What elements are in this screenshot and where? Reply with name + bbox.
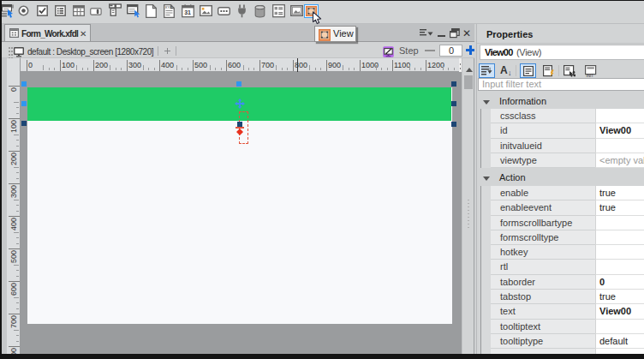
svg-text:XYZ: XYZ — [165, 5, 173, 9]
svg-text:31: 31 — [184, 9, 191, 15]
svg-text:INIT: INIT — [586, 74, 593, 77]
